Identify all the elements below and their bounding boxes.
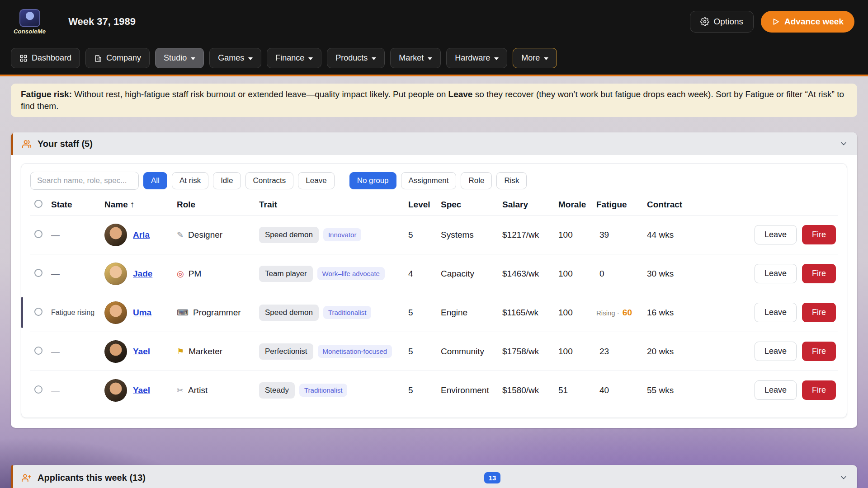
name-cell: Uma [104, 301, 177, 324]
fire-button[interactable]: Fire [802, 225, 836, 244]
row-checkbox[interactable] [34, 347, 42, 355]
week-title: Week 37, 1989 [68, 16, 136, 28]
salary-cell: $1758/wk [502, 347, 558, 357]
nav-games[interactable]: Games [209, 48, 261, 68]
column-trait[interactable]: Trait [259, 200, 408, 210]
staff-name-link[interactable]: Yael [133, 385, 150, 395]
caret-down-icon [248, 57, 253, 60]
leave-button[interactable]: Leave [755, 342, 797, 361]
leave-button[interactable]: Leave [755, 264, 797, 283]
trait-cell: Steady Traditionalist [259, 382, 408, 399]
column-contract[interactable]: Contract [647, 200, 705, 210]
leave-button[interactable]: Leave [755, 303, 797, 322]
banner-bold-mid: Leave [448, 89, 473, 99]
staff-name-link[interactable]: Jade [133, 269, 152, 279]
nav-finance[interactable]: Finance [267, 48, 321, 68]
trait-badge: Perfectionist [259, 343, 313, 360]
options-button[interactable]: Options [690, 11, 754, 33]
nav-studio[interactable]: Studio [155, 48, 204, 68]
advance-week-label: Advance week [784, 17, 844, 27]
contract-cell: 16 wks [647, 308, 705, 318]
column-state[interactable]: State [51, 200, 104, 210]
nav-more[interactable]: More [513, 48, 557, 68]
fatigue-value: 39 [599, 230, 609, 240]
fatigue-cell: 23 [596, 347, 647, 357]
top-header: ConsoleMe Week 37, 1989 Options Advance … [0, 0, 868, 43]
column-role[interactable]: Role [177, 200, 259, 210]
group-chip-no-group[interactable]: No group [349, 172, 396, 189]
main-nav: Dashboard Company Studio Games Finance P… [0, 43, 868, 76]
column-name-label: Name [104, 200, 128, 209]
nav-label: Finance [275, 53, 304, 63]
staff-section-body: All At risk Idle Contracts Leave No grou… [11, 155, 857, 428]
staff-name-link[interactable]: Aria [133, 230, 150, 240]
nav-hardware[interactable]: Hardware [446, 48, 507, 68]
applicants-section-header[interactable]: Applicants this week (13) 13 [11, 465, 857, 488]
trait-badge: Speed demon [259, 227, 319, 243]
column-salary[interactable]: Salary [502, 200, 558, 210]
table-row: Fatigue rising Uma ⌨ Programmer Speed de… [30, 293, 838, 332]
staff-name-link[interactable]: Yael [133, 347, 150, 357]
column-level[interactable]: Level [408, 200, 441, 210]
banner-text-a: Without rest, high-fatigue staff risk bu… [72, 89, 448, 99]
name-cell: Aria [104, 224, 177, 246]
group-chip-risk[interactable]: Risk [496, 172, 527, 189]
select-all-checkbox[interactable] [34, 200, 42, 208]
nav-market[interactable]: Market [390, 48, 441, 68]
column-name[interactable]: Name ↑ [104, 200, 177, 210]
nav-company[interactable]: Company [85, 48, 150, 68]
column-fatigue[interactable]: Fatigue [596, 200, 647, 210]
fire-button[interactable]: Fire [802, 380, 836, 400]
search-input[interactable] [30, 172, 139, 190]
chevron-down-icon[interactable] [839, 139, 848, 148]
role-cell: ◎ PM [177, 269, 259, 279]
grid-icon [19, 54, 28, 62]
gear-icon [700, 17, 709, 26]
top-actions: Options Advance week [690, 11, 854, 33]
column-morale[interactable]: Morale [558, 200, 596, 210]
group-chip-role[interactable]: Role [461, 172, 492, 189]
row-checkbox[interactable] [34, 385, 42, 394]
filter-chip-idle[interactable]: Idle [213, 172, 241, 189]
row-checkbox[interactable] [34, 269, 42, 277]
group-chip-assignment[interactable]: Assignment [401, 172, 457, 189]
morale-cell: 100 [558, 269, 596, 279]
caret-down-icon [428, 57, 432, 60]
fatigue-value: 23 [599, 347, 609, 357]
leave-button[interactable]: Leave [755, 380, 797, 400]
filter-chip-all[interactable]: All [143, 172, 167, 189]
fire-button[interactable]: Fire [802, 342, 836, 361]
staff-name-link[interactable]: Uma [133, 308, 151, 318]
trait-badge: Steady [259, 382, 295, 399]
filter-chip-at-risk[interactable]: At risk [172, 172, 208, 189]
spec-cell: Environment [441, 385, 502, 395]
nav-label: Products [335, 53, 368, 63]
avatar [104, 224, 127, 246]
filter-chip-leave[interactable]: Leave [298, 172, 334, 189]
state-cell: — [51, 385, 104, 395]
role-label: Artist [188, 385, 208, 395]
nav-label: More [521, 53, 540, 63]
fatigue-risk-banner: Fatigue risk: Without rest, high-fatigue… [11, 84, 857, 117]
nav-dashboard[interactable]: Dashboard [11, 48, 80, 68]
table-row: — Yael ⚑ Marketer Perfectionist [30, 332, 838, 371]
nav-products[interactable]: Products [327, 48, 385, 68]
leave-button[interactable]: Leave [755, 225, 797, 244]
staff-section-header[interactable]: Your staff (5) [11, 132, 857, 155]
caret-down-icon [308, 57, 313, 60]
row-checkbox[interactable] [34, 230, 42, 238]
state-cell: Fatigue rising [51, 309, 104, 317]
fire-button[interactable]: Fire [802, 264, 836, 283]
sort-ascending-icon: ↑ [130, 200, 135, 209]
chevron-down-icon[interactable] [839, 473, 848, 482]
fire-button[interactable]: Fire [802, 303, 836, 322]
level-cell: 5 [408, 308, 441, 318]
name-cell: Yael [104, 379, 177, 402]
row-checkbox[interactable] [34, 308, 42, 316]
column-spec[interactable]: Spec [441, 200, 502, 210]
advance-week-button[interactable]: Advance week [761, 11, 854, 33]
logo-image [19, 9, 40, 27]
filter-chip-contracts[interactable]: Contracts [245, 172, 294, 189]
staff-toolbar: All At risk Idle Contracts Leave No grou… [30, 172, 838, 190]
state-cell: — [51, 347, 104, 357]
